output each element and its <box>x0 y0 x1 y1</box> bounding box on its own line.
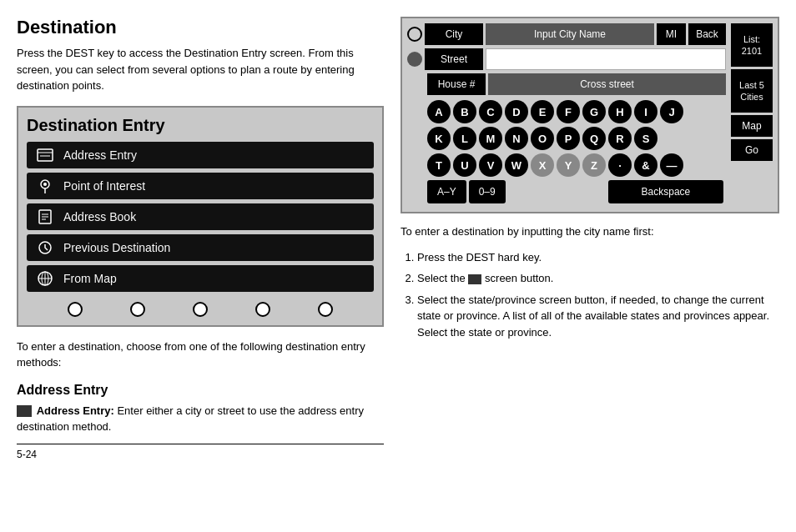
char-btn-d[interactable]: D <box>505 100 528 123</box>
dest-entry-title: Destination Entry <box>27 116 374 135</box>
char-btn-dot[interactable]: · <box>608 153 632 177</box>
char-btn-m[interactable]: M <box>479 127 502 150</box>
svg-point-5 <box>43 183 47 186</box>
char-btn-s[interactable]: S <box>634 127 657 150</box>
house-btn[interactable]: House # <box>427 73 486 95</box>
page-container: Destination Press the DEST key to access… <box>0 0 796 469</box>
circle-btn-5[interactable] <box>318 302 333 317</box>
char-btn-t[interactable]: T <box>427 153 451 177</box>
kb-row-house: House # Cross street <box>407 73 726 95</box>
mi-btn[interactable]: MI <box>657 23 686 45</box>
kb-main: City Input City Name MI Back Street <box>407 23 726 207</box>
char-btn-dash[interactable]: — <box>660 153 683 177</box>
instruction-step-2: Select the screen button. <box>417 270 779 287</box>
char-btn-z[interactable]: Z <box>582 153 606 177</box>
char-btn-x[interactable]: X <box>531 153 554 177</box>
circle-btn-3[interactable] <box>193 302 208 317</box>
address-book-icon <box>35 208 55 225</box>
street-radio[interactable] <box>407 52 422 67</box>
char-btn-e[interactable]: E <box>531 100 554 123</box>
instruction-step-3: Select the state/province screen button,… <box>417 292 779 341</box>
prev-dest-icon <box>35 239 55 256</box>
char-btn-y[interactable]: Y <box>557 153 580 177</box>
right-side-buttons: List:2101 Last 5Cities Map Go <box>731 23 773 207</box>
bottom-circles <box>27 299 374 320</box>
footer-line: 5-24 <box>17 444 384 460</box>
menu-label-prev-dest: Previous Destination <box>63 241 170 254</box>
address-entry-icon <box>35 147 55 163</box>
go-btn[interactable]: Go <box>731 139 773 161</box>
back-btn[interactable]: Back <box>688 23 726 45</box>
address-entry-inline-icon <box>17 405 32 417</box>
kb-rows-wrap: City Input City Name MI Back Street <box>407 23 773 207</box>
destination-entry-box: Destination Entry Address Entry Point of… <box>17 106 384 327</box>
kb-row-city: City Input City Name MI Back <box>407 23 726 45</box>
address-entry-bold: Address Entry: <box>37 404 114 417</box>
char-btn-f[interactable]: F <box>557 100 580 123</box>
char-btn-i[interactable]: I <box>634 100 657 123</box>
char-btn-q[interactable]: Q <box>582 127 606 150</box>
intro-text: Press the DEST key to access the Destina… <box>17 45 384 94</box>
char-btn-u[interactable]: U <box>453 153 476 177</box>
street-input[interactable] <box>486 48 726 70</box>
menu-item-prev-dest[interactable]: Previous Destination <box>27 234 374 261</box>
right-column: City Input City Name MI Back Street <box>401 17 779 460</box>
address-entry-section-title: Address Entry <box>17 383 384 398</box>
circle-btn-4[interactable] <box>255 302 270 317</box>
last5-btn[interactable]: Last 5Cities <box>731 69 773 113</box>
list-btn[interactable]: List:2101 <box>731 23 773 67</box>
from-map-icon <box>35 270 55 287</box>
char-btn-g[interactable]: G <box>582 100 606 123</box>
char-btn-amp[interactable]: & <box>634 153 657 177</box>
char-btn-h[interactable]: H <box>608 100 632 123</box>
char-btn-r[interactable]: R <box>608 127 632 150</box>
char-btn-n[interactable]: N <box>505 127 528 150</box>
kb-chars-row1: A B C D E F G H I J <box>407 100 726 123</box>
menu-item-from-map[interactable]: From Map <box>27 265 374 292</box>
instructions: To enter a destination by inputting the … <box>401 223 779 340</box>
menu-item-address-entry[interactable]: Address Entry <box>27 142 374 168</box>
svg-rect-0 <box>38 149 53 161</box>
az-btn[interactable]: A–Y <box>427 180 466 203</box>
input-city-name-btn[interactable]: Input City Name <box>486 23 654 45</box>
char-btn-p[interactable]: P <box>557 127 580 150</box>
menu-item-address-book[interactable]: Address Book <box>27 203 374 230</box>
kb-bottom-row: A–Y 0–9 Backspace <box>407 180 726 203</box>
map-btn[interactable]: Map <box>731 115 773 137</box>
step2-icon <box>468 274 481 284</box>
char-btn-w[interactable]: W <box>505 153 528 177</box>
kb-chars-row3: T U V W X Y Z · & — <box>407 153 726 177</box>
instructions-list: Press the DEST hard key. Select the scre… <box>417 249 779 341</box>
menu-label-address-book: Address Book <box>63 210 136 223</box>
char-btn-c[interactable]: C <box>479 100 502 123</box>
street-btn[interactable]: Street <box>425 48 483 70</box>
char-btn-l[interactable]: L <box>453 127 476 150</box>
left-column: Destination Press the DEST key to access… <box>17 17 384 460</box>
menu-item-poi[interactable]: Point of Interest <box>27 173 374 199</box>
char-btn-a[interactable]: A <box>427 100 451 123</box>
poi-icon <box>35 178 55 194</box>
char-btn-b[interactable]: B <box>453 100 476 123</box>
backspace-btn[interactable]: Backspace <box>608 180 723 203</box>
instructions-intro: To enter a destination by inputting the … <box>401 223 779 241</box>
page-number: 5-24 <box>17 449 37 460</box>
address-entry-desc: Address Entry: Enter either a city or st… <box>17 403 384 435</box>
char-btn-o[interactable]: O <box>531 127 554 150</box>
circle-btn-1[interactable] <box>68 302 83 317</box>
cross-street-btn[interactable]: Cross street <box>488 73 726 95</box>
instruction-step-1: Press the DEST hard key. <box>417 249 779 266</box>
circle-btn-2[interactable] <box>130 302 145 317</box>
city-btn[interactable]: City <box>425 23 483 45</box>
num-btn[interactable]: 0–9 <box>469 180 506 203</box>
char-btn-v[interactable]: V <box>479 153 502 177</box>
dest-choose-text: To enter a destination, choose from one … <box>17 339 384 371</box>
kb-row-street: Street <box>407 48 726 70</box>
char-btn-k[interactable]: K <box>427 127 451 150</box>
city-radio[interactable] <box>407 27 422 42</box>
page-title: Destination <box>17 17 384 38</box>
menu-label-poi: Point of Interest <box>63 179 145 193</box>
keyboard-panel: City Input City Name MI Back Street <box>401 17 779 213</box>
menu-label-from-map: From Map <box>63 272 117 285</box>
menu-label-address-entry: Address Entry <box>63 148 137 162</box>
char-btn-j[interactable]: J <box>660 100 683 123</box>
